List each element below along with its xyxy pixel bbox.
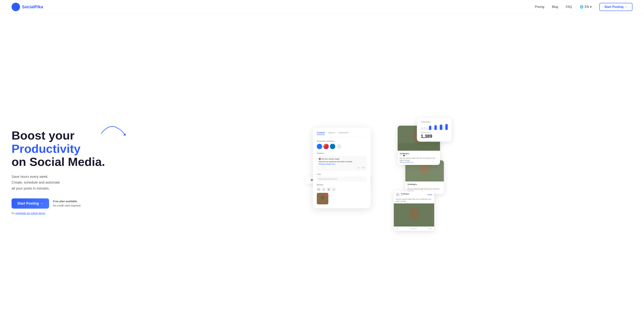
chart-bar (434, 125, 437, 130)
hero-section: Boost your Productivity on Social Media.… (0, 14, 644, 326)
caption-label: Caption (317, 152, 367, 154)
chart-bar (429, 126, 431, 130)
lang-label: EN (585, 5, 589, 9)
post-card-3-header: ThriikingCo 5m Follow (394, 191, 434, 198)
hero-cta-button[interactable]: Start Posting → (12, 198, 49, 208)
logo-text: SocialPika (22, 4, 43, 10)
account-instagram[interactable] (323, 144, 329, 149)
media-icons-row: 💬 ⬆ 🖼 ▭ (317, 188, 367, 191)
chart-bar (445, 124, 448, 130)
nav-language[interactable]: 🌐 EN ▾ (580, 5, 592, 9)
hero-title: Boost your Productivity on Social Media. (12, 129, 105, 168)
media-upload-icon2[interactable]: ⬆ (322, 188, 326, 191)
post-card-1-body: ThriikingCo 5m · 💼 Get your camera ready… (398, 151, 440, 165)
accounts-row: + (317, 144, 367, 149)
followers-title: Followers (421, 121, 448, 123)
caption-text: 🐻 Get your camera ready! Discover our aw… (319, 158, 365, 166)
like-action[interactable]: Like (396, 228, 398, 230)
chart-bar (443, 126, 445, 130)
chart-bar (421, 128, 423, 130)
comment-action[interactable]: Comment (410, 228, 417, 230)
tab-publication[interactable]: Publication (338, 132, 348, 135)
post-card-3-text: Get your camera ready! Here are our awes… (394, 198, 434, 204)
chart-bar (432, 126, 434, 130)
stat-1: 32 (358, 166, 360, 169)
post-card-3-avatar (396, 193, 400, 196)
nav-faq[interactable]: FAQ (566, 5, 572, 9)
camera-emoji: 🐻 (319, 158, 321, 160)
share-action[interactable]: Share (428, 228, 432, 230)
link-input[interactable]: https://www.yourlink.com (317, 176, 367, 182)
follow-button[interactable]: Follow (428, 194, 432, 196)
followers-chart (421, 124, 448, 130)
logo[interactable]: 🐾 SocialPika (12, 3, 43, 11)
tab-content[interactable]: Content (317, 132, 325, 135)
post-card-3-info: ThriikingCo 5m (401, 193, 426, 196)
logo-icon: 🐾 (12, 3, 20, 11)
demo-link[interactable]: schedule an online demo (15, 212, 45, 215)
post-card-2: ThriikingCo 5m Get your camera ready! He… (405, 160, 444, 194)
hero-title-productivity: Productivity (12, 142, 80, 155)
demo-prefix: Or (12, 212, 15, 215)
followers-interactions-label: Interactions (421, 132, 448, 134)
navigation: 🐾 SocialPika Pricing Blog FAQ 🌐 EN ▾ Sta… (0, 0, 644, 14)
hero-subtitle-line2: Create, schedule and automate (12, 180, 60, 184)
account-facebook[interactable] (317, 144, 322, 149)
hero-demo-link: Or schedule an online demo (12, 212, 105, 215)
followers-widget: Followers Interactions 1,389 (417, 118, 452, 142)
hero-subtitle-line3: all your posts in minutes. (12, 186, 50, 190)
hero-title-line1: Boost your (12, 129, 74, 142)
post-card-1-time: 5m · 💼 (400, 154, 438, 156)
caption-box[interactable]: 🐻 Get your camera ready! Discover our aw… (317, 156, 367, 171)
nav-pricing[interactable]: Pricing (535, 5, 544, 9)
free-note-line1: Free plan available. (53, 199, 81, 204)
post-card-3-sub: 5m (401, 195, 426, 196)
media-label: Medias (317, 184, 367, 186)
chart-bar (424, 127, 426, 130)
post-card-2-username: ThriikingCo (407, 184, 442, 185)
caption-hashtags: #Hiking #Health #Fun (319, 163, 336, 165)
account-linkedin[interactable] (330, 144, 335, 149)
hero-subtitle: Save hours every week. Create, schedule … (12, 174, 105, 192)
chart-bar (426, 128, 428, 130)
post-card-3: ThriikingCo 5m Follow Get your camera re… (394, 191, 434, 231)
svg-rect-5 (398, 143, 440, 151)
hero-title-line3: on Social Media. (12, 155, 105, 168)
hero-left: Boost your Productivity on Social Media.… (12, 129, 105, 214)
post-card-2-time: 5m (407, 185, 442, 187)
arrow-decoration (98, 122, 128, 137)
tab-options[interactable]: Options (328, 132, 335, 135)
post-card-1-username: ThriikingCo (400, 152, 438, 154)
chart-bar (440, 125, 442, 130)
thumbnail-image (317, 193, 328, 204)
hero-visual: Followers Interactions 1,389 (305, 122, 440, 222)
media-upload-icon[interactable]: 💬 (317, 188, 321, 191)
hero-subtitle-line1: Save hours every week. (12, 175, 48, 178)
nav-links: Pricing Blog FAQ 🌐 EN ▾ Start Posting → (535, 3, 632, 11)
free-note-line2: No credit card required. (53, 204, 81, 207)
hero-free-note: Free plan available. No credit card requ… (53, 199, 81, 208)
media-upload-icon3[interactable]: 🖼 (327, 188, 331, 191)
post-card-3-username: ThriikingCo (401, 193, 426, 195)
media-upload-icon4[interactable]: ▭ (332, 188, 336, 191)
stat-2: 1410 (361, 166, 365, 169)
dashboard-card: Content Options Publication Accounts sel… (313, 128, 371, 208)
dashboard-tabs: Content Options Publication (317, 132, 367, 137)
chart-bar (437, 126, 440, 130)
globe-icon: 🌐 (580, 5, 584, 9)
post-card-1-text: Get your camera ready! Here are our awes… (400, 157, 438, 161)
post-card-3-actions: Like Comment Share (394, 226, 434, 231)
nav-blog[interactable]: Blog (552, 5, 558, 9)
link-label: Link (317, 173, 367, 175)
media-thumbnail (317, 193, 328, 204)
svg-point-2 (321, 196, 324, 200)
svg-point-9 (408, 208, 420, 220)
nav-cta-button[interactable]: Start Posting → (599, 3, 632, 11)
hero-actions: Start Posting → Free plan available. No … (12, 198, 105, 208)
post-card-3-image (394, 204, 434, 226)
chevron-down-icon: ▾ (590, 5, 592, 9)
accounts-label: Accounts selection (317, 140, 367, 142)
add-account-button[interactable]: + (336, 144, 342, 149)
post-card-1-hashtags: #hiking #health #fun (400, 161, 438, 163)
hero-right: Followers Interactions 1,389 (113, 122, 632, 222)
